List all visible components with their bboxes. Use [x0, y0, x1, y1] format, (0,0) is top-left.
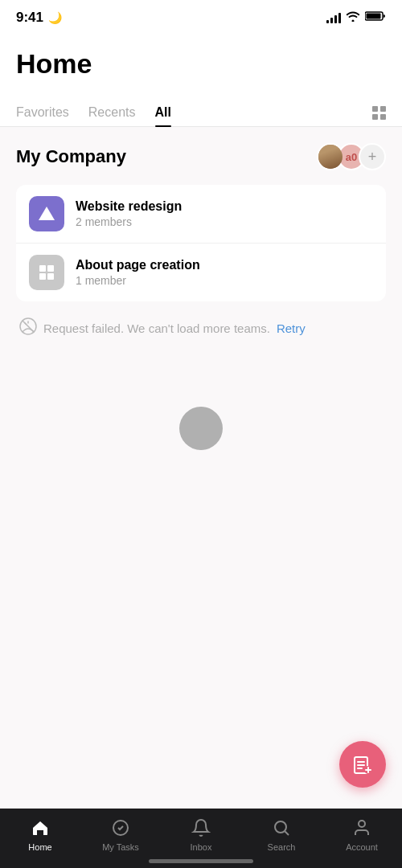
- svg-point-19: [359, 821, 365, 827]
- svg-rect-5: [39, 273, 46, 280]
- tab-all[interactable]: All: [155, 99, 171, 126]
- tab-favorites[interactable]: Favorites: [16, 99, 69, 126]
- avatar-add-button[interactable]: +: [359, 143, 386, 170]
- content-section: My Company a0 + Website redesign 2 membe…: [0, 127, 402, 466]
- status-time: 9:41: [16, 10, 43, 26]
- team-members-about: 1 member: [76, 274, 373, 287]
- team-icon-about: [29, 255, 64, 290]
- home-icon: [29, 817, 51, 839]
- nav-account[interactable]: Account: [334, 817, 390, 852]
- svg-rect-1: [367, 14, 381, 19]
- grid-view-icon[interactable]: [372, 106, 386, 120]
- retry-button[interactable]: Retry: [277, 321, 306, 335]
- error-row: Request failed. We can't load more teams…: [16, 314, 386, 342]
- tab-recents[interactable]: Recents: [88, 99, 136, 126]
- page-title: Home: [16, 48, 386, 80]
- search-icon: [270, 817, 293, 839]
- battery-icon: [365, 10, 386, 25]
- team-name-about: About page creation: [76, 258, 373, 272]
- svg-marker-2: [39, 207, 55, 220]
- create-task-fab[interactable]: [339, 741, 386, 788]
- nav-search-label: Search: [268, 842, 296, 852]
- nav-home-label: Home: [28, 842, 51, 852]
- svg-rect-6: [47, 273, 54, 280]
- tabs-bar: Favorites Recents All: [0, 99, 402, 127]
- team-name-website: Website redesign: [76, 199, 373, 214]
- wifi-icon: [346, 10, 360, 25]
- avatar-user1[interactable]: [317, 143, 344, 170]
- team-members-website: 2 members: [76, 215, 373, 228]
- account-icon: [351, 817, 373, 839]
- company-row: My Company a0 +: [16, 143, 386, 170]
- status-bar: 9:41 🌙: [0, 0, 402, 32]
- status-icons: [326, 10, 386, 25]
- home-indicator: [149, 859, 253, 863]
- nav-search[interactable]: Search: [253, 817, 310, 852]
- team-item-website[interactable]: Website redesign 2 members: [16, 185, 386, 244]
- header: Home: [0, 32, 402, 99]
- team-list: Website redesign 2 members About page cr…: [16, 185, 386, 301]
- moon-icon: 🌙: [48, 11, 62, 24]
- svg-point-17: [275, 821, 286, 833]
- inbox-icon: [190, 817, 212, 839]
- nav-home[interactable]: Home: [12, 817, 68, 852]
- nav-tasks-label: My Tasks: [102, 842, 139, 852]
- signal-icon: [326, 12, 341, 23]
- nav-tasks[interactable]: My Tasks: [92, 817, 149, 852]
- team-icon-website: [29, 196, 64, 231]
- loading-circle: [179, 407, 223, 450]
- team-info-about: About page creation 1 member: [76, 258, 373, 287]
- avatars-row: a0 +: [317, 143, 386, 170]
- svg-rect-4: [47, 265, 54, 272]
- svg-line-18: [285, 832, 289, 836]
- main-content: Home Favorites Recents All: [0, 32, 402, 127]
- nav-inbox[interactable]: Inbox: [173, 817, 229, 852]
- nav-inbox-label: Inbox: [191, 842, 212, 852]
- svg-rect-3: [39, 265, 46, 272]
- team-info-website: Website redesign 2 members: [76, 199, 373, 228]
- team-item-about[interactable]: About page creation 1 member: [16, 244, 386, 301]
- tasks-icon: [109, 817, 132, 839]
- nav-account-label: Account: [346, 842, 378, 852]
- error-message: Request failed. We can't load more teams…: [43, 321, 270, 335]
- error-icon: [19, 317, 37, 339]
- company-name: My Company: [16, 146, 126, 167]
